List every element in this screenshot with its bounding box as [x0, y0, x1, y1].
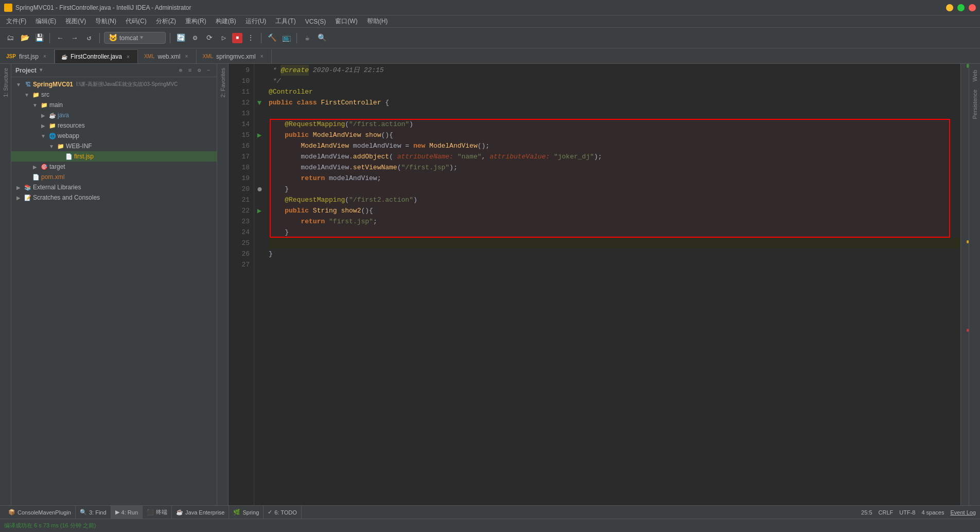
panel-close-btn[interactable]: −	[204, 66, 213, 75]
tree-item-springmvc01[interactable]: ▼ 🏗 SpringMVC01 I:\课-高新强\JavaEE就业实战\03-S…	[11, 79, 217, 90]
toolbar-search[interactable]: 🔍	[316, 32, 328, 44]
toolbar-hammer[interactable]: 🔨	[266, 32, 278, 44]
code-lines[interactable]: * @create 2020-04-21日 22:15 */ @Controll…	[265, 64, 960, 505]
tree-item-target[interactable]: ▶ 🎯 target	[11, 162, 217, 172]
return-type: ModelAndView	[313, 130, 361, 140]
fold-icon-12[interactable]: ▼	[257, 99, 261, 107]
structure-tab[interactable]: 1: Structure	[1, 64, 11, 101]
event-log[interactable]: Event Log	[950, 509, 976, 516]
toolbar-run-config2[interactable]: ⚙	[189, 32, 201, 44]
tree-item-resources[interactable]: ▶ 📁 resources	[11, 120, 217, 131]
menu-view[interactable]: 视图(V)	[61, 16, 90, 27]
run-item[interactable]: ▶ 4: Run	[111, 506, 143, 519]
tab-web-xml[interactable]: XML web.xml ×	[138, 49, 197, 63]
tab-close-first-jsp[interactable]: ×	[42, 54, 48, 60]
toolbar-refresh[interactable]: ↺	[83, 32, 95, 44]
tree-item-java[interactable]: ▶ ☕ java	[11, 110, 217, 120]
menu-navigate[interactable]: 导航(N)	[91, 16, 120, 27]
tab-close-first-controller[interactable]: ×	[125, 54, 131, 60]
menu-run[interactable]: 运行(U)	[241, 16, 271, 27]
tree-item-webinf[interactable]: ▼ 📁 WEB-INF	[11, 141, 217, 151]
menu-build[interactable]: 构建(B)	[212, 16, 240, 27]
paren-open-17: (	[389, 151, 397, 162]
find-item[interactable]: 🔍 3: Find	[76, 506, 111, 519]
tab-first-controller[interactable]: ☕ FirstController.java ×	[55, 49, 138, 63]
tab-first-jsp[interactable]: JSP first.jsp ×	[0, 49, 55, 63]
minimize-button[interactable]	[946, 4, 953, 11]
close-button[interactable]	[969, 4, 976, 11]
toolbar-more[interactable]: ⋮	[244, 32, 257, 44]
menu-refactor[interactable]: 重构(R)	[181, 16, 211, 27]
toolbar-terminal[interactable]: 📺	[280, 32, 292, 44]
favorites-tab[interactable]: 2: Favorites	[218, 64, 228, 101]
toolbar-back[interactable]: ←	[54, 32, 66, 44]
project-panel: Project ▼ ⊕ ≡ ⚙ − ▼ 🏗 SpringMVC01 I:\课-高…	[11, 64, 217, 505]
toolbar-run-arrow[interactable]: ▷	[218, 32, 230, 44]
menu-tools[interactable]: 工具(T)	[271, 16, 300, 27]
right-scrollbar[interactable]	[960, 64, 969, 505]
toolbar-forward[interactable]: →	[68, 32, 81, 44]
tree-arrow: ▼	[14, 80, 23, 88]
tree-item-src[interactable]: ▼ 📁 src	[11, 90, 217, 100]
menu-analyze[interactable]: 分析(Z)	[152, 16, 180, 27]
tab-close-springmvc-xml[interactable]: ×	[259, 54, 265, 60]
indent-17	[269, 151, 301, 162]
tree-label-main: main	[49, 101, 63, 109]
toolbar-sdk[interactable]: ☕	[301, 32, 313, 44]
window-controls[interactable]	[946, 4, 976, 11]
gutter-22[interactable]: ▶	[254, 205, 265, 216]
tree-arrow: ▼	[31, 101, 39, 109]
todo-item[interactable]: ✓ 6: TODO	[264, 506, 302, 519]
toolbar-sep5	[296, 33, 297, 43]
folder-icon: 📁	[40, 101, 48, 109]
spring-item[interactable]: 🌿 Spring	[229, 506, 264, 519]
code-line-16: ModelAndView modelAndView = new ModelAnd…	[269, 140, 960, 151]
code-line-9: * @create 2020-04-21日 22:15	[269, 65, 960, 76]
panel-collapse-btn[interactable]: ≡	[186, 66, 194, 75]
run-icon-22[interactable]: ▶	[257, 206, 261, 215]
menu-file[interactable]: 文件(F)	[2, 16, 30, 27]
panel-controls: ⊕ ≡ ⚙ −	[177, 66, 213, 75]
tree-item-first-jsp[interactable]: 📄 first.jsp	[11, 151, 217, 162]
tree-item-scratches[interactable]: ▶ 📝 Scratches and Consoles	[11, 192, 217, 203]
target-icon: 🎯	[40, 163, 48, 171]
code-editor[interactable]: 9 10 11 12 13 14 15 16 17 18 19 20 21 22…	[229, 64, 980, 505]
kw-public: public	[269, 97, 293, 108]
java-enterprise-item[interactable]: ☕ Java Enterprise	[172, 506, 229, 519]
run-icon-15[interactable]: ▶	[257, 131, 261, 139]
line-num-27: 27	[229, 259, 250, 270]
project-tree[interactable]: ▼ 🏗 SpringMVC01 I:\课-高新强\JavaEE就业实战\03-S…	[11, 77, 217, 505]
panel-settings-btn[interactable]: ⚙	[195, 66, 203, 75]
menu-edit[interactable]: 编辑(E)	[31, 16, 60, 27]
web-tab[interactable]: Web	[970, 66, 980, 85]
toolbar-new[interactable]: 🗂	[4, 32, 16, 44]
tree-item-external-libs[interactable]: ▶ 📚 External Libraries	[11, 182, 217, 192]
menu-vcs[interactable]: VCS(S)	[301, 17, 330, 26]
toolbar-update[interactable]: ⟳	[203, 32, 216, 44]
persistence-tab[interactable]: Persistence	[970, 85, 980, 123]
toolbar-save[interactable]: 💾	[33, 32, 45, 44]
line-num-13: 13	[229, 108, 250, 119]
code-line-21: @RequestMapping("/first2.action")	[269, 194, 960, 205]
code-line-20: }	[269, 184, 960, 194]
toolbar-open[interactable]: 📂	[19, 32, 31, 44]
tree-item-main[interactable]: ▼ 📁 main	[11, 100, 217, 110]
stop-button[interactable]: ■	[232, 33, 242, 43]
indent-23	[269, 216, 301, 227]
jsp-file-icon: 📄	[65, 152, 73, 161]
run-config-selector[interactable]: 🐱 tomcat ▼	[104, 32, 166, 44]
terminal-item[interactable]: ⬛ 终端	[143, 506, 172, 519]
toolbar-reload[interactable]: 🔄	[174, 32, 187, 44]
tab-springmvc-xml[interactable]: XML springmvc.xml ×	[197, 49, 272, 63]
menu-window[interactable]: 窗口(W)	[331, 16, 361, 27]
tab-close-web-xml[interactable]: ×	[184, 54, 190, 60]
maximize-button[interactable]	[957, 4, 965, 11]
console-maven-item[interactable]: 📦 ConsoleMavenPlugin	[4, 506, 76, 519]
tree-item-webapp[interactable]: ▼ 🌐 webapp	[11, 131, 217, 141]
panel-locate-btn[interactable]: ⊕	[177, 66, 185, 75]
menu-help[interactable]: 帮助(H)	[363, 16, 392, 27]
menu-code[interactable]: 代码(C)	[121, 16, 151, 27]
gutter-24	[254, 227, 265, 238]
gutter-15[interactable]: ▶	[254, 130, 265, 140]
tree-item-pom[interactable]: 📄 pom.xml	[11, 172, 217, 182]
